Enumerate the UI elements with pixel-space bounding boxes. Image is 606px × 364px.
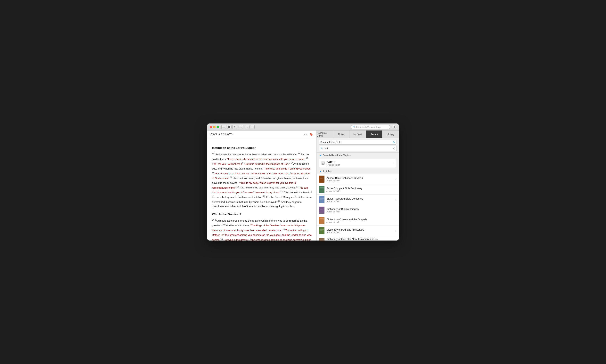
article-title-5: Dictionary of Paul and His Letters	[326, 228, 393, 231]
font-size-button[interactable]: AA	[304, 133, 308, 136]
article-info-2: Baker Illustrated Bible DictionaryArticl…	[326, 197, 393, 203]
tab-my-stuff[interactable]: My Stuff	[350, 130, 366, 138]
bible-ref-dropdown-arrow: ▾	[232, 133, 233, 136]
article-title-4: Dictionary of Jesus and the Gospels	[326, 218, 393, 221]
search-input[interactable]	[324, 147, 393, 150]
svg-text:A: A	[304, 133, 306, 135]
svg-rect-0	[223, 126, 225, 126]
article-chevron-icon-3: ›	[395, 208, 396, 212]
article-info-3: Dictionary of Biblical ImageryArticle on…	[326, 208, 393, 213]
back-button[interactable]: ‹	[245, 125, 250, 129]
search-scope-selector[interactable]: Search: Entire Bible ⊕	[319, 140, 397, 144]
article-item-6[interactable]: Dictionary of the Later New Testament an…	[317, 236, 399, 241]
articles-collapse-icon[interactable]: ▼	[319, 170, 322, 173]
svg-rect-22	[319, 186, 324, 193]
article-chevron-icon-0: ›	[395, 178, 396, 181]
verse-14-20: 14 fAnd when the hour came, he reclined …	[212, 152, 312, 209]
articles-section-header: ▼ Articles	[317, 169, 399, 174]
book-thumbnail-4	[319, 217, 324, 224]
article-chevron-icon-1: ›	[395, 188, 396, 191]
svg-rect-8	[240, 127, 242, 127]
sidebar-search-bar: Search: Entire Bible ⊕ 🔍 ✕	[317, 138, 399, 153]
section-title-institution: Institution of the Lord's Supper	[212, 145, 312, 150]
list-controls	[239, 125, 243, 129]
article-item-2[interactable]: Baker Illustrated Bible DictionaryArticl…	[317, 195, 399, 205]
minimize-button[interactable]	[213, 126, 215, 128]
bible-toolbar: ESV Luk 22:14–37 ▾ AA 🔖	[207, 130, 316, 138]
panel-toggle-button[interactable]	[392, 125, 396, 129]
tab-notes[interactable]: Notes	[333, 130, 350, 138]
article-subtitle-2: Article on faith	[326, 200, 393, 203]
article-subtitle-1: Article on faith	[326, 190, 393, 192]
articles-header-label: Articles	[323, 170, 332, 173]
article-item-5[interactable]: Dictionary of Paul and His LettersArticl…	[317, 226, 399, 236]
topic-subtitle: Trust or belief	[327, 164, 340, 166]
article-item-1[interactable]: Baker Compact Bible DictionaryArticle on…	[317, 184, 399, 195]
grid-view-button[interactable]	[227, 125, 231, 129]
svg-rect-2	[223, 128, 225, 128]
topic-result-faith[interactable]: FAITH Trust or belief ›	[319, 159, 397, 168]
svg-rect-10	[393, 126, 395, 128]
nav-controls: ‹ ›	[245, 125, 255, 129]
results-header-label: Search Results in Topics	[323, 154, 351, 157]
search-input-row: 🔍 ✕	[319, 146, 397, 151]
search-icon: 🔍	[320, 147, 323, 150]
svg-rect-18	[319, 176, 324, 182]
svg-rect-9	[240, 128, 242, 128]
svg-rect-38	[319, 227, 324, 234]
article-info-1: Baker Compact Bible DictionaryArticle on…	[326, 187, 393, 192]
verse-24-27: 24 qA dispute also arose among them, as …	[212, 218, 312, 241]
maximize-button[interactable]	[217, 126, 219, 128]
article-item-0[interactable]: Anchor Bible Dictionary (6 Vols.)Article…	[317, 174, 399, 184]
article-subtitle-0: Article on faith	[326, 180, 393, 182]
bible-panel: ESV Luk 22:14–37 ▾ AA 🔖 Institution of t…	[207, 130, 317, 241]
dropdown-button[interactable]: ▾	[232, 125, 237, 129]
book-thumbnail-6	[319, 238, 324, 241]
article-info-4: Dictionary of Jesus and the GospelsArtic…	[326, 218, 393, 223]
app-window: ▾ ‹ › 🔍 Enter Bible Verse or Topic ESV L…	[207, 123, 399, 241]
bible-reference[interactable]: ESV Luk 22:14–37 ▾	[210, 133, 233, 136]
article-info-6: Dictionary of the Later New Testament an…	[326, 238, 393, 241]
sidebar-toggle-controls: ▾	[221, 125, 237, 129]
book-thumbnail-2	[319, 196, 324, 203]
sidebar: Resource Guide Notes My Stuff Search Lib…	[317, 130, 399, 241]
list-view-button[interactable]	[239, 125, 243, 129]
svg-text:A: A	[306, 133, 308, 135]
article-chevron-icon-5: ›	[395, 229, 396, 232]
traffic-lights	[210, 126, 219, 128]
close-button[interactable]	[210, 126, 212, 128]
article-title-2: Baker Illustrated Bible Dictionary	[326, 197, 393, 200]
articles-list: Anchor Bible Dictionary (6 Vols.)Article…	[317, 174, 399, 241]
svg-rect-6	[229, 127, 230, 128]
article-subtitle-5: Article on faith	[326, 231, 393, 234]
tab-search[interactable]: Search	[366, 130, 382, 138]
global-search-bar[interactable]: 🔍 Enter Bible Verse or Topic	[351, 125, 390, 129]
svg-rect-3	[228, 126, 229, 127]
resize-handle[interactable]	[317, 130, 317, 241]
topic-info: FAITH Trust or belief	[327, 161, 340, 166]
tab-resource-guide[interactable]: Resource Guide	[317, 130, 333, 138]
forward-button[interactable]: ›	[250, 125, 255, 129]
section-title-greatest: Who Is the Greatest?	[212, 212, 312, 217]
svg-rect-5	[228, 127, 229, 128]
titlebar: ▾ ‹ › 🔍 Enter Bible Verse or Topic	[207, 123, 399, 130]
article-info-0: Anchor Bible Dictionary (6 Vols.)Article…	[326, 177, 393, 182]
svg-rect-42	[319, 238, 324, 241]
article-subtitle-3: Article on faith	[326, 210, 393, 213]
article-item-4[interactable]: Dictionary of Jesus and the GospelsArtic…	[317, 215, 399, 226]
sidebar-toggle-button[interactable]	[221, 125, 226, 129]
svg-rect-30	[319, 207, 324, 214]
book-thumbnail-5	[319, 227, 324, 234]
article-title-1: Baker Compact Bible Dictionary	[326, 187, 393, 190]
bible-text-area[interactable]: Institution of the Lord's Supper 14 fAnd…	[207, 138, 316, 241]
results-header: ▼ Search Results in Topics	[317, 153, 399, 158]
search-clear-button[interactable]: ✕	[393, 147, 395, 150]
article-title-0: Anchor Bible Dictionary (6 Vols.)	[326, 177, 393, 180]
results-collapse-icon[interactable]: ▼	[319, 154, 322, 157]
article-item-3[interactable]: Dictionary of Biblical ImageryArticle on…	[317, 205, 399, 215]
bookmark-button[interactable]: 🔖	[310, 132, 313, 136]
global-search-placeholder: Enter Bible Verse or Topic	[356, 126, 381, 128]
article-chevron-icon-6: ›	[395, 240, 396, 241]
bible-toolbar-right: AA 🔖	[304, 132, 313, 136]
tab-library[interactable]: Library	[382, 130, 399, 138]
